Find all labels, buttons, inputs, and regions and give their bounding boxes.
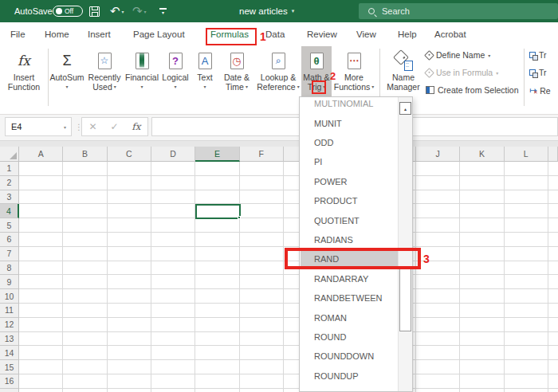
column-header-J[interactable]: J [416,147,460,162]
sigma-icon: Σ [62,53,71,69]
insert-function-fx-icon[interactable]: fx [132,121,140,132]
column-header-F[interactable]: F [240,147,284,162]
row-header-16[interactable]: 16 [0,374,19,389]
dropdown-item-round[interactable]: ROUND [301,327,399,347]
row-header-13[interactable]: 13 [0,332,19,347]
save-icon [89,6,100,17]
column-header-C[interactable]: C [108,147,151,162]
dropdown-item-rounddown[interactable]: ROUNDDOWN [301,347,399,366]
autosum-button[interactable]: Σ AutoSum ▾ [49,46,84,102]
tab-insert[interactable]: Insert [88,22,111,45]
tab-acrobat[interactable]: Acrobat [434,22,466,45]
chevron-down-icon: ▾ [140,82,143,92]
separator [524,49,525,106]
column-header-B[interactable]: B [63,147,107,162]
row-header-7[interactable]: 7 [0,247,19,261]
name-manager-button[interactable]: ---- Name Manager [384,46,422,102]
enter-check-icon[interactable]: ✓ [110,121,118,132]
dropdown-item-pi[interactable]: PI [301,152,399,171]
financial-button[interactable]: Financial ▾ [124,46,159,102]
dropdown-item-randbetween[interactable]: RANDBETWEEN [301,288,399,308]
dropdown-item-multinomial[interactable]: MULTINOMIAL [301,96,399,113]
undo-icon: ↶ [110,4,120,18]
trace-dependents-button[interactable]: Tr [529,68,547,77]
select-all-button[interactable] [0,147,19,162]
customize-quick-access-button[interactable]: ▾ [159,0,167,22]
row-header-9[interactable]: 9 [0,275,19,289]
dropdown-item-power[interactable]: POWER [301,172,399,191]
scrollbar-thumb[interactable] [399,268,411,331]
row-header-2[interactable]: 2 [0,176,19,190]
chevron-down-icon: ▾ [174,82,176,92]
trace-precedents-button[interactable]: Tr [529,50,547,60]
row-header-14[interactable]: 14 [0,346,19,360]
text-button[interactable]: A Text ▾ [191,46,218,102]
annotation-box-chevron [312,80,326,94]
fill-handle[interactable] [238,216,241,219]
row-header-5[interactable]: 5 [0,218,19,233]
dropdown-item-munit[interactable]: MUNIT [301,113,399,132]
insert-function-button[interactable]: fx Insert Function [3,46,45,102]
save-button[interactable] [89,0,100,22]
dropdown-item-roman[interactable]: ROMAN [301,308,399,327]
row-header-1[interactable]: 1 [0,162,19,176]
row-header-8[interactable]: 8 [0,261,19,276]
dropdown-item-product[interactable]: PRODUCT [301,191,399,210]
document-title[interactable]: new articles▾ [239,0,294,22]
dropdown-item-radians[interactable]: RADIANS [301,230,399,249]
column-header-D[interactable]: D [151,147,195,162]
row-header-3[interactable]: 3 [0,190,19,205]
tab-file[interactable]: File [10,22,26,45]
row-header-10[interactable]: 10 [0,289,19,304]
chevron-down-icon: ▾ [488,53,490,58]
row-header-11[interactable]: 11 [0,304,19,318]
fx-tag-icon [424,68,434,78]
tab-data[interactable]: Data [265,22,285,45]
recently-used-button[interactable]: ☆ Recently Used▾ [84,46,124,102]
create-from-selection-button[interactable]: Create from Selection [426,85,519,95]
name-box[interactable]: E4▾ [5,117,72,136]
cancel-icon[interactable]: ✕ [88,121,96,132]
tab-review[interactable]: Review [307,22,337,45]
undo-button[interactable]: ↶▾ [110,0,124,22]
column-header-A[interactable]: A [19,147,63,162]
chevron-down-icon: ▾ [144,9,147,14]
row-header-17[interactable]: 17 [0,389,19,392]
cell-grid[interactable] [19,162,558,392]
dropdown-item-randarray[interactable]: RANDARRAY [301,269,399,288]
clock-icon: ◷ [230,53,244,69]
lookup-reference-button[interactable]: ⌕ Lookup & Reference▾ [255,46,301,102]
column-header-K[interactable]: K [460,147,504,162]
more-functions-button[interactable]: ⋯ More Functions▾ [332,46,376,102]
tab-home[interactable]: Home [45,22,69,45]
chevron-down-icon: ▾ [292,8,295,14]
redo-icon: ↷ [132,4,143,18]
date-time-button[interactable]: ◷ Date & Time▾ [218,46,255,102]
selected-cell-E4[interactable] [195,204,241,219]
row-header-12[interactable]: 12 [0,318,19,332]
tab-view[interactable]: View [356,22,376,45]
tab-help[interactable]: Help [398,22,417,45]
define-name-button[interactable]: Define Name▾ [426,50,490,60]
ribbon: fx Insert Function Σ AutoSum ▾ ☆ Recentl… [0,45,558,115]
scroll-up-icon[interactable]: ▴ [399,102,411,115]
column-header-E[interactable]: E [195,147,239,162]
annotation-box-formulas [206,28,257,45]
row-header-15[interactable]: 15 [0,360,19,374]
dropdown-item-roundup[interactable]: ROUNDUP [301,367,399,386]
excel-window: AutoSave Off ↶▾ ↷▾ ▾ new articles▾ Searc… [0,0,558,392]
search-icon [368,8,375,14]
dropdown-item-quotient[interactable]: QUOTIENT [301,210,399,229]
chevron-down-icon: ▾ [371,82,374,92]
logical-button[interactable]: ? Logical ▾ [159,46,191,102]
remove-arrows-button[interactable]: ↦Re [529,85,551,96]
redo-button-disabled: ↷▾ [132,0,147,22]
search-input[interactable]: Search [359,3,558,19]
row-header-4[interactable]: 4 [0,204,19,218]
row-header-6[interactable]: 6 [0,233,19,247]
column-header-L[interactable]: L [505,147,548,162]
dropdown-scrollbar[interactable]: ▴ [398,97,412,391]
autosave-toggle[interactable]: Off [53,0,83,22]
tab-page-layout[interactable]: Page Layout [133,22,185,45]
dropdown-item-odd[interactable]: ODD [301,133,399,152]
